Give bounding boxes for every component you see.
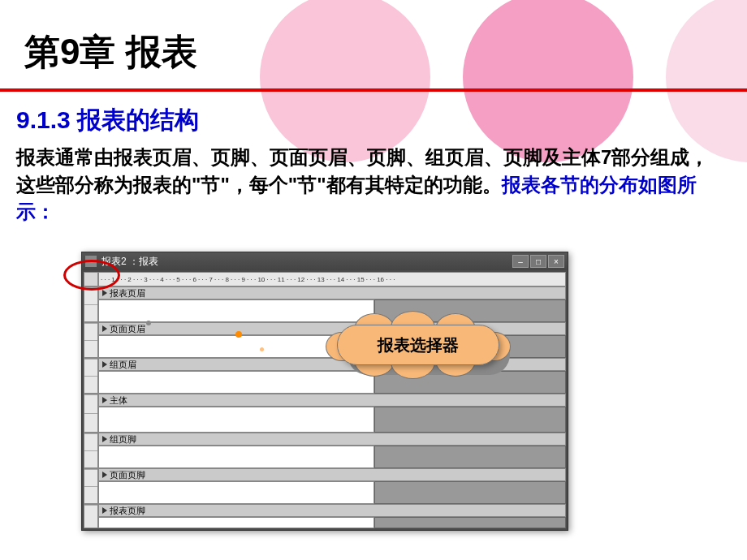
section-bar-report-footer[interactable]: 报表页脚 <box>98 504 566 517</box>
section-title: 9.1.3 报表的结构 <box>0 92 747 144</box>
section-label: 主体 <box>110 394 127 407</box>
section-label: 组页脚 <box>110 433 136 446</box>
section-label: 组页眉 <box>110 359 136 371</box>
decorative-dot <box>235 331 242 338</box>
section-marker-icon <box>102 507 107 514</box>
gray-area <box>374 481 566 504</box>
design-area-group-header[interactable] <box>98 371 374 394</box>
horizontal-ruler[interactable]: · · · 1 · · · 2 · · · 3 · · · 4 · · · 5 … <box>98 272 566 286</box>
design-area-report-footer[interactable] <box>98 517 374 528</box>
gray-area <box>374 517 566 528</box>
section-bar-detail[interactable]: 主体 <box>98 394 566 407</box>
gray-area <box>374 407 566 433</box>
window-titlebar[interactable]: 报表2 ：报表 – □ × <box>82 252 568 270</box>
report-design-window: 报表2 ：报表 – □ × · · · 1 · · · 2 · · · 3 · … <box>81 252 568 531</box>
callout-label: 报表选择器 <box>378 334 459 356</box>
body-paragraph: 报表通常由报表页眉、页脚、页面页眉、页脚、组页眉、页脚及主体7部分组成，这些部分… <box>0 144 747 226</box>
section-marker-icon <box>102 436 107 442</box>
chapter-title: 第9章 报表 <box>0 0 747 88</box>
highlight-ellipse <box>63 260 120 291</box>
section-bar-group-footer[interactable]: 组页脚 <box>98 433 566 446</box>
callout-cloud: 报表选择器 <box>337 325 499 365</box>
section-marker-icon <box>102 325 107 332</box>
section-label: 页面页脚 <box>110 469 145 481</box>
vertical-ruler-4[interactable] <box>84 433 98 468</box>
design-surface: · · · 1 · · · 2 · · · 3 · · · 4 · · · 5 … <box>82 270 568 530</box>
gray-area <box>374 446 566 468</box>
design-area-page-footer[interactable] <box>98 481 374 504</box>
design-area-detail[interactable] <box>98 407 374 433</box>
section-marker-icon <box>102 290 107 296</box>
decorative-dot <box>146 321 151 325</box>
section-marker-icon <box>102 472 107 478</box>
design-area-report-header[interactable] <box>98 299 374 322</box>
vertical-ruler-2[interactable] <box>84 358 98 394</box>
maximize-button[interactable]: □ <box>530 255 546 268</box>
vertical-ruler-3[interactable] <box>84 394 98 433</box>
section-marker-icon <box>102 361 107 368</box>
section-bar-page-footer[interactable]: 页面页脚 <box>98 468 566 481</box>
close-button[interactable]: × <box>548 255 564 268</box>
section-bar-report-header[interactable]: 报表页眉 <box>98 286 566 299</box>
decorative-dot <box>260 347 264 351</box>
minimize-button[interactable]: – <box>512 255 529 268</box>
window-title: 报表2 ：报表 <box>101 255 512 269</box>
section-label: 报表页眉 <box>110 287 145 299</box>
vertical-ruler-5[interactable] <box>84 468 98 504</box>
vertical-ruler-0[interactable] <box>84 286 98 322</box>
section-label: 页面页眉 <box>110 323 145 335</box>
section-marker-icon <box>102 397 107 403</box>
vertical-ruler-1[interactable] <box>84 322 98 358</box>
vertical-ruler-6[interactable] <box>84 504 98 528</box>
design-area-group-footer[interactable] <box>98 446 374 468</box>
section-label: 报表页脚 <box>110 505 145 517</box>
